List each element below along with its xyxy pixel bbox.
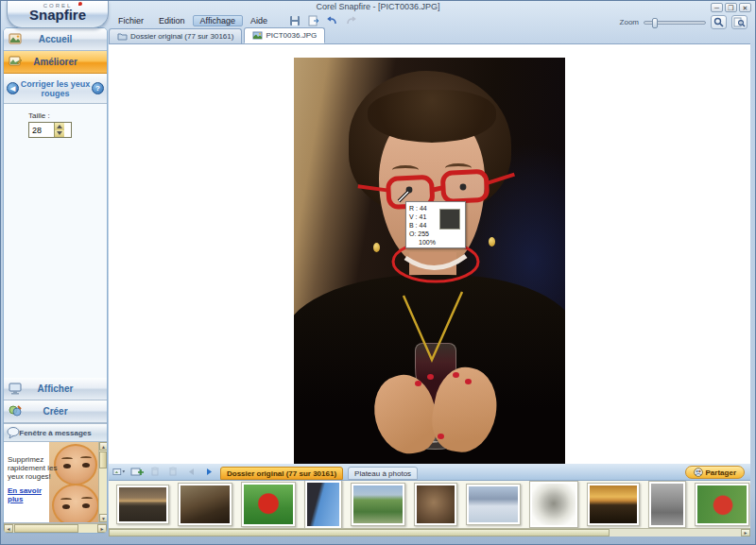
menu-bar: Fichier Edition Affichage Aide: [111, 13, 358, 27]
organize-menu-icon[interactable]: [112, 466, 126, 478]
thumbnail-red-cart[interactable]: [241, 482, 296, 527]
maximize-button[interactable]: ❒: [725, 3, 737, 12]
magnifier-icon[interactable]: [711, 15, 727, 29]
title-bar[interactable]: Corel Snapfire - [PICT0036.JPG] ─ ❒ ✕: [1, 1, 755, 13]
message-text: Supprimez rapidement les yeux rouges! En…: [8, 455, 59, 503]
sidebar-item-ameliorer[interactable]: Améliorer: [4, 51, 107, 74]
scroll-up-icon[interactable]: ▲: [99, 442, 107, 451]
smile: [405, 256, 466, 268]
photo-canvas[interactable]: R : 44 V : 41 B : 44 O: 255 100%: [294, 58, 565, 464]
thumbnail-green-mountains[interactable]: [351, 483, 405, 526]
photo-tray: Dossier original (77 sur 30161) Plateau …: [109, 464, 750, 536]
size-increment-button[interactable]: [55, 123, 64, 130]
message-vertical-scrollbar[interactable]: ▲ ▼: [98, 442, 107, 522]
color-swatch: [439, 209, 460, 230]
thumbnail-dark-branches[interactable]: [178, 483, 232, 526]
scroll-right-icon[interactable]: ►: [97, 524, 107, 533]
redeye-before-image: [54, 444, 97, 485]
thumbnail-gray-clouds[interactable]: [648, 481, 686, 528]
thumbnail-red-cart-2[interactable]: [695, 483, 749, 526]
message-panel: Supprimez rapidement les yeux rouges! En…: [4, 442, 107, 523]
thumbnail-tower-sky[interactable]: [304, 481, 342, 528]
thumbnail-sepia-object[interactable]: [414, 483, 457, 526]
image-icon: [252, 31, 263, 40]
message-window-icon: [7, 426, 20, 441]
minimize-button[interactable]: ─: [711, 3, 723, 12]
message-horizontal-scrollbar[interactable]: ◄ ►: [4, 523, 107, 533]
help-icon[interactable]: ?: [92, 82, 104, 94]
thumbnail-image: [244, 485, 293, 524]
enhance-photo-icon: [8, 54, 23, 71]
thumbnail-image: [651, 484, 683, 525]
monitor-icon: [8, 381, 23, 398]
thumbnail-image: [417, 485, 455, 523]
glasses-right-temple: [486, 175, 514, 184]
thumbnail-image: [697, 485, 747, 523]
tab-image[interactable]: PICT0036.JPG: [244, 27, 325, 43]
previous-photo-icon: [184, 466, 198, 478]
size-decrement-button[interactable]: [55, 130, 64, 138]
undo-icon[interactable]: [326, 14, 339, 26]
sidebar-item-creer[interactable]: Créer: [4, 400, 107, 423]
annotations-overlay: [294, 58, 565, 464]
save-icon[interactable]: [288, 14, 301, 26]
horizontal-scroll-thumb[interactable]: [14, 524, 78, 533]
vertical-scroll-thumb[interactable]: [99, 451, 107, 468]
play-slideshow-icon[interactable]: [202, 466, 215, 478]
sidebar-item-accueil[interactable]: Accueil: [4, 28, 107, 51]
zoom-control: Zoom: [620, 15, 747, 29]
sidebar-item-afficher[interactable]: Afficher: [4, 378, 107, 400]
rotate-left-icon: [148, 466, 162, 478]
thumbnail-lake-sunset[interactable]: [116, 485, 169, 524]
menu-aide[interactable]: Aide: [243, 15, 275, 26]
tray-scroll-right-icon[interactable]: ►: [741, 529, 750, 536]
learn-more-link[interactable]: En savoir plus: [8, 486, 59, 503]
redeye-panel-body: Taille :: [4, 104, 107, 378]
zoom-options-icon[interactable]: [731, 15, 747, 29]
menu-affichage[interactable]: Affichage: [193, 15, 243, 26]
share-button[interactable]: Partager: [685, 466, 745, 479]
thumbnail-image: [532, 484, 576, 525]
sidebar-item-ameliorer-label: Améliorer: [33, 57, 77, 67]
tab-folder[interactable]: Dossier original (77 sur 30161): [109, 28, 242, 43]
close-button[interactable]: ✕: [739, 3, 751, 12]
share-button-label: Partager: [706, 468, 736, 477]
scroll-left-icon[interactable]: ◄: [4, 524, 13, 533]
tray-scroll-thumb[interactable]: [109, 529, 610, 536]
tray-tab-plateau[interactable]: Plateau à photos: [348, 467, 418, 480]
thumbnail-snow-mountains[interactable]: [466, 484, 521, 525]
add-photos-icon[interactable]: [130, 466, 144, 478]
zoom-slider[interactable]: [644, 21, 706, 25]
sidebar-item-fenetre-messages[interactable]: Fenêtre à messages: [4, 423, 107, 442]
home-photo-icon: [8, 31, 23, 48]
corel-snapfire-logo: COREL Snapfire: [7, 1, 109, 28]
scroll-down-icon[interactable]: ▼: [99, 514, 107, 522]
thumbnail-image: [590, 485, 637, 523]
thumbnail-white-coral[interactable]: [529, 481, 578, 528]
logo-flame-icon: [78, 2, 82, 6]
thumbnail-ocean-sunset[interactable]: [587, 483, 640, 526]
right-eye: [460, 184, 467, 191]
tray-toolbar: Dossier original (77 sur 30161) Plateau …: [109, 464, 750, 481]
size-spinner: [28, 122, 72, 138]
thumbnail-image: [469, 486, 518, 522]
create-icon: [8, 403, 23, 420]
tray-horizontal-scrollbar[interactable]: ►: [109, 528, 750, 536]
menu-edition[interactable]: Edition: [151, 15, 193, 26]
image-canvas: R : 44 V : 41 B : 44 O: 255 100%: [109, 44, 750, 464]
tray-tab-dossier[interactable]: Dossier original (77 sur 30161): [220, 467, 343, 480]
zoom-slider-knob[interactable]: [652, 18, 658, 28]
color-readout-tooltip: R : 44 V : 41 B : 44 O: 255 100%: [405, 201, 466, 248]
menu-fichier[interactable]: Fichier: [111, 15, 151, 26]
zoom-label: Zoom: [620, 18, 639, 26]
size-label: Taille :: [28, 111, 107, 120]
size-input[interactable]: [29, 123, 54, 137]
window-title: Corel Snapfire - [PICT0036.JPG]: [316, 2, 439, 11]
tab-folder-label: Dossier original (77 sur 30161): [130, 32, 233, 41]
tab-image-label: PICT0036.JPG: [266, 31, 317, 40]
glasses-bridge: [432, 188, 443, 191]
export-icon[interactable]: [307, 14, 320, 26]
back-arrow-icon[interactable]: ◀: [7, 82, 19, 94]
redo-icon: [345, 14, 358, 26]
thumbnail-image: [180, 485, 230, 523]
